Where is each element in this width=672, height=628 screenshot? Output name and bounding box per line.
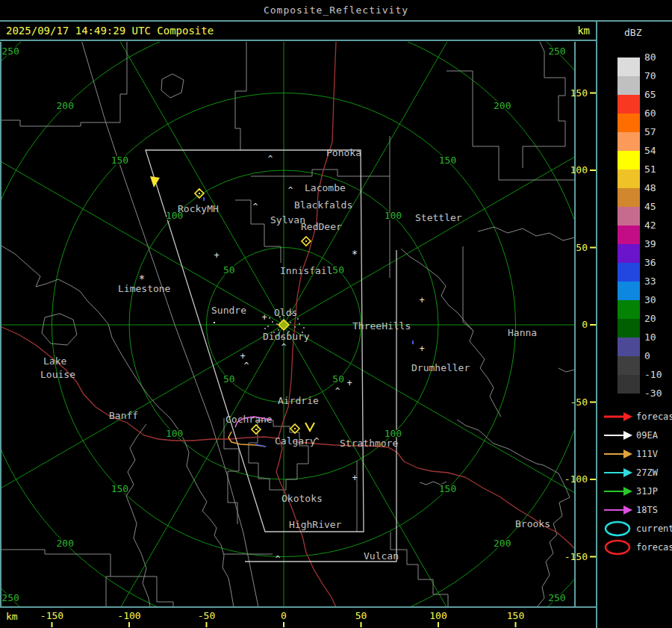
city-label: Innisfail <box>280 265 332 276</box>
clutter-speckle <box>303 327 305 329</box>
bottom-axis-tick-label: -150 <box>40 610 63 621</box>
city-label: Brooks <box>515 518 550 529</box>
ring-distance-label: 200 <box>57 538 74 549</box>
county-boundary <box>161 74 184 98</box>
radar-map-canvas[interactable]: 5050505010010010010015015015015020020020… <box>0 42 596 628</box>
town-marker-caret: ^ <box>276 554 281 564</box>
county-boundary <box>235 200 281 263</box>
colorbar-band <box>617 375 640 394</box>
town-marker-caret: ^ <box>244 361 249 370</box>
bottom-axis-tick <box>206 622 208 627</box>
right-axis-tick-label: -50 <box>570 397 588 408</box>
bottom-axis-tick <box>361 622 362 627</box>
right-axis-tick <box>590 556 596 558</box>
city-label: Olds <box>274 307 297 318</box>
colorbar-band <box>617 244 640 263</box>
county-boundary <box>111 576 173 607</box>
town-marker-plus: + <box>214 250 219 261</box>
legend-item: forecast <box>603 407 672 426</box>
town-marker-caret: ^ <box>253 202 258 211</box>
bottom-axis-tick <box>283 622 284 627</box>
city-label: Banff <box>109 410 138 421</box>
colorbar-band-label: 10 <box>644 332 671 343</box>
legend-ellipse-icon <box>603 538 633 556</box>
colorbar-band <box>617 282 640 300</box>
colorbar-band-label: 20 <box>644 313 671 325</box>
clutter-speckle <box>267 326 269 327</box>
colorbar-band <box>617 319 640 338</box>
colorbar-band-label: -10 <box>644 369 671 381</box>
legend-item-label: 18TS <box>636 505 658 515</box>
colorbar-band-label: 60 <box>644 108 671 119</box>
right-axis-tick-label: -150 <box>564 551 588 562</box>
town-marker-dot <box>214 322 215 323</box>
right-axis-tick <box>590 93 596 94</box>
ring-distance-label: 100 <box>166 428 183 439</box>
legend-item: current <box>603 519 672 538</box>
clutter-speckle <box>302 332 303 333</box>
town-marker-caret: ^ <box>314 436 320 446</box>
range-radial <box>284 325 515 628</box>
colorbar-band <box>617 57 640 76</box>
ring-distance-label: 150 <box>111 155 128 166</box>
clutter-speckle <box>264 328 266 329</box>
bottom-axis-tick <box>438 622 439 627</box>
county-boundary <box>112 42 127 122</box>
colorbar-unit-label: dBZ <box>624 27 641 38</box>
right-axis-tick-label: -100 <box>564 473 588 485</box>
radar-map-area[interactable]: 5050505010010010010015015015015020020020… <box>0 42 596 628</box>
bottom-axis-tick-label: -50 <box>198 610 215 621</box>
town-marker-plus: + <box>419 295 424 305</box>
storm-cell-center <box>199 193 200 194</box>
blue-mark <box>203 197 205 201</box>
colorbar-band <box>617 207 640 226</box>
legend-item: 09EA <box>603 426 658 444</box>
right-axis-tick-label: 0 <box>582 319 588 330</box>
city-label: Calgary <box>275 435 316 447</box>
bottom-axis-tick-label: 0 <box>281 610 287 621</box>
legend-ellipse-icon <box>603 520 633 538</box>
clutter-speckle <box>290 322 291 323</box>
town-marker-caret: ^ <box>281 342 287 352</box>
county-boundary <box>478 227 575 240</box>
bottom-axis-tick <box>52 622 53 627</box>
colorbar-band <box>617 263 640 282</box>
town-marker-plus: + <box>352 473 357 483</box>
colorbar-band <box>617 114 640 132</box>
info-bar: 2025/09/17 14:49:29 UTC Composite km <box>0 22 596 41</box>
colorbar-bottom-label: -30 <box>644 388 671 400</box>
right-axis-unit-label: km <box>577 25 590 37</box>
city-label: Hanna <box>508 327 537 338</box>
ring-distance-label: 200 <box>494 538 511 549</box>
city-label: Vulcan <box>364 550 399 562</box>
colorbar-band-label: 0 <box>644 350 671 362</box>
colorbar-band-label: 70 <box>644 70 671 82</box>
city-label: ThreeHills <box>352 320 411 332</box>
clutter-speckle <box>276 323 278 325</box>
county-boundary <box>559 368 575 372</box>
town-marker-plus: + <box>240 351 245 361</box>
legend-arrow-icon <box>603 445 633 463</box>
clutter-speckle <box>297 318 299 320</box>
legend-item: 31JP <box>603 482 658 500</box>
right-axis-tick <box>590 324 596 326</box>
colorbar-band-label: 33 <box>644 276 671 287</box>
colorbar-band-label: 54 <box>644 145 671 157</box>
ring-distance-label: 250 <box>548 592 565 603</box>
clutter-speckle <box>288 331 290 332</box>
legend-item-label: forecast <box>636 542 672 553</box>
ring-distance-label: 150 <box>439 155 456 166</box>
legend-arrow-icon <box>603 482 633 500</box>
town-marker-asterisk: * <box>139 273 145 285</box>
town-marker-plus: + <box>346 378 352 388</box>
city-label: Blackfalds <box>294 199 352 211</box>
town-marker-asterisk: * <box>352 248 358 260</box>
window-title: Composite_Reflectivity <box>264 4 408 16</box>
town-marker-plus: + <box>261 312 267 323</box>
city-label: Sundre <box>211 305 246 316</box>
town-marker-caret: ^ <box>335 386 340 396</box>
county-boundary <box>42 314 77 345</box>
ring-distance-label: 50 <box>223 373 235 385</box>
legend-item-label: current <box>636 523 672 534</box>
city-label: Limestone <box>118 283 171 294</box>
